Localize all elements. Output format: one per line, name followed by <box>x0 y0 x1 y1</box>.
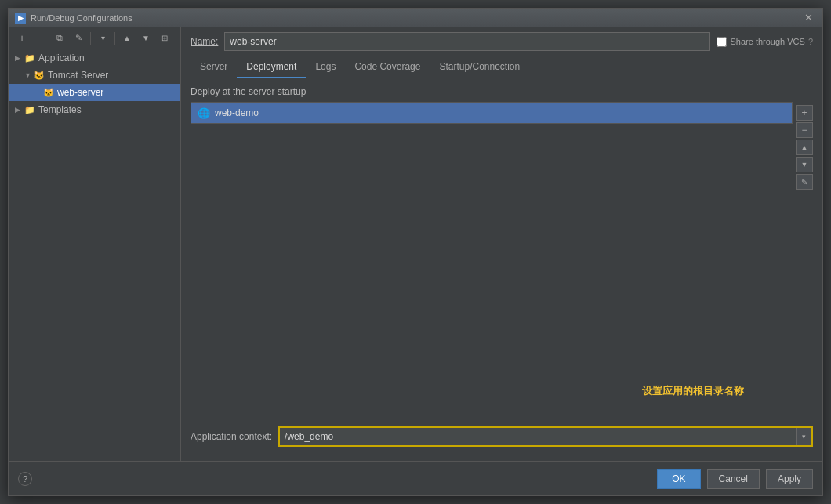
tree-item-label: Application <box>38 53 85 63</box>
dropdown-button[interactable]: ▾ <box>94 31 111 46</box>
move-up-button[interactable]: ▲ <box>118 31 136 46</box>
tree-item-application[interactable]: ▶ 📁 Application <box>9 49 180 67</box>
edit-config-button[interactable]: ✎ <box>70 31 87 46</box>
tree-item-label: web-server <box>57 87 103 98</box>
name-row: Name: Share through VCS ? <box>181 27 822 56</box>
tree-item-templates[interactable]: ▶ 📁 Templates <box>9 101 180 118</box>
dialog-title: Run/Debug Configurations <box>31 13 132 23</box>
apply-button[interactable]: Apply <box>766 469 813 489</box>
run-debug-dialog: ▶ Run/Debug Configurations ✕ + − ⧉ ✎ ▾ ▲… <box>8 8 823 496</box>
filter-button[interactable]: ⊞ <box>156 31 173 46</box>
remove-config-button[interactable]: − <box>32 31 49 46</box>
share-help-icon[interactable]: ? <box>808 37 813 46</box>
move-down-button[interactable]: ▼ <box>137 31 154 46</box>
list-movedown-button[interactable]: ▼ <box>796 157 813 172</box>
left-toolbar: + − ⧉ ✎ ▾ ▲ ▼ ⊞ <box>9 27 180 49</box>
tab-logs[interactable]: Logs <box>306 56 345 78</box>
separator2 <box>114 32 115 45</box>
tree-item-label: Templates <box>38 104 82 115</box>
tab-code-coverage[interactable]: Code Coverage <box>345 56 430 78</box>
tree-item-tomcat[interactable]: ▼ 🐱 Tomcat Server <box>9 67 180 84</box>
tomcat-icon: 🐱 <box>34 71 45 81</box>
templates-icon: 📁 <box>24 105 35 115</box>
application-icon: 📁 <box>24 53 35 63</box>
deploy-list-row[interactable]: 🌐 web-demo <box>191 103 792 123</box>
no-arrow: ▶ <box>34 89 43 96</box>
help-button[interactable]: ? <box>18 472 32 486</box>
app-context-input[interactable] <box>280 428 796 445</box>
ok-button[interactable]: OK <box>657 469 700 489</box>
tab-server[interactable]: Server <box>191 56 237 78</box>
expand-arrow-tomcat: ▼ <box>24 71 34 79</box>
share-checkbox-group: Share through VCS ? <box>717 37 813 47</box>
left-panel: + − ⧉ ✎ ▾ ▲ ▼ ⊞ ▶ 📁 Application <box>9 27 181 461</box>
dialog-icon: ▶ <box>15 13 26 24</box>
title-bar: ▶ Run/Debug Configurations ✕ <box>9 9 822 27</box>
close-icon[interactable]: ✕ <box>801 12 816 24</box>
deploy-list: 🌐 web-demo <box>191 102 793 124</box>
share-checkbox[interactable] <box>717 37 727 47</box>
separator <box>90 32 91 45</box>
tabs-bar: Server Deployment Logs Code Coverage Sta… <box>181 56 822 78</box>
tab-content-deployment: Deploy at the server startup 🌐 web-demo … <box>181 78 822 461</box>
deploy-section-label: Deploy at the server startup <box>191 86 813 97</box>
app-context-input-wrap: ▾ <box>278 426 813 447</box>
share-label: Share through VCS <box>730 37 804 46</box>
cancel-button[interactable]: Cancel <box>707 469 760 489</box>
deploy-item-name: web-demo <box>215 107 259 118</box>
app-context-label: Application context: <box>191 431 272 442</box>
tree-item-web-server[interactable]: ▶ 🐱 web-server <box>9 84 180 101</box>
add-config-button[interactable]: + <box>13 31 31 46</box>
name-input[interactable] <box>224 32 710 51</box>
list-moveup-button[interactable]: ▲ <box>796 140 813 155</box>
artifact-icon: 🌐 <box>198 107 210 119</box>
bottom-bar: ? OK Cancel Apply <box>9 461 822 495</box>
list-add-button[interactable]: + <box>796 105 813 121</box>
annotation-text: 设置应用的根目录名称 <box>642 384 744 398</box>
expand-arrow-templates: ▶ <box>15 106 24 114</box>
list-remove-button[interactable]: − <box>796 122 813 138</box>
list-action-buttons: + − ▲ ▼ ✎ <box>796 102 813 193</box>
app-context-row: Application context: ▾ <box>191 426 813 447</box>
web-server-icon: 🐱 <box>43 88 54 98</box>
tab-deployment[interactable]: Deployment <box>237 56 306 78</box>
name-label: Name: <box>191 36 218 47</box>
bottom-buttons: OK Cancel Apply <box>657 469 813 489</box>
right-panel: Name: Share through VCS ? Server Deploym… <box>181 27 822 461</box>
tab-startup-connection[interactable]: Startup/Connection <box>430 56 529 78</box>
app-context-dropdown-btn[interactable]: ▾ <box>796 428 811 445</box>
copy-config-button[interactable]: ⧉ <box>51 31 68 46</box>
title-bar-left: ▶ Run/Debug Configurations <box>15 13 132 24</box>
expand-arrow: ▶ <box>15 54 24 62</box>
tree-item-label: Tomcat Server <box>48 70 108 81</box>
list-edit-button[interactable]: ✎ <box>796 174 813 190</box>
